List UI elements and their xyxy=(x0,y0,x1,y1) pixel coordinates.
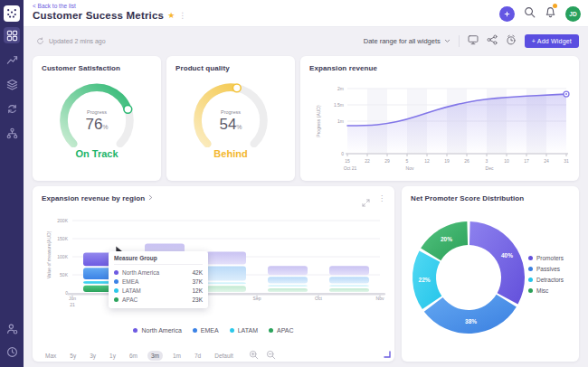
notifications-button[interactable] xyxy=(545,5,556,22)
stacked-bar-chart[interactable]: 050K100K150K200KJun21JulAugSepOctNovValu… xyxy=(38,208,389,309)
bar-segment-apac[interactable] xyxy=(206,286,246,292)
chevron-down-icon xyxy=(444,39,450,43)
sidebar-item-user-settings[interactable] xyxy=(4,320,20,336)
sidebar-item-history-clock[interactable] xyxy=(4,343,20,360)
bar-segment-apac[interactable] xyxy=(329,288,369,292)
tooltip-series-label: APAC xyxy=(122,296,138,303)
range-button-default[interactable]: Default xyxy=(211,351,237,361)
axis-tick-label: Nov xyxy=(406,165,414,171)
widget-product-quality: Product quality Progress 54% Behind xyxy=(166,56,295,181)
axis-tick-label: 10 xyxy=(504,158,509,164)
legend-item-misc[interactable]: Misc xyxy=(528,287,564,294)
legend-item-emea[interactable]: EMEA xyxy=(193,327,219,334)
back-link[interactable]: < Back to the list xyxy=(33,3,76,9)
widget-expansion-revenue: Expansion revenue 01m1.5m2m1522295121926… xyxy=(300,56,579,181)
axis-tick-label: 1m xyxy=(337,118,344,124)
avatar[interactable]: JD xyxy=(565,6,581,22)
range-button-1m[interactable]: 1m xyxy=(169,351,185,361)
bar-segment-latam[interactable] xyxy=(268,285,308,287)
bar-segment-north-america[interactable] xyxy=(268,266,308,275)
series-dot xyxy=(114,270,119,275)
tooltip-series-value: 42K xyxy=(192,269,203,276)
bar-segment-apac[interactable] xyxy=(268,288,308,292)
legend-item-north-america[interactable]: North America xyxy=(133,327,181,334)
sidebar-item-trend[interactable] xyxy=(4,52,20,68)
legend-item-passives[interactable]: Passives xyxy=(528,266,564,272)
legend-item-detractors[interactable]: Detractors xyxy=(528,277,564,283)
range-button-6m[interactable]: 6m xyxy=(126,351,141,361)
legend-label: Promoters xyxy=(536,255,564,261)
create-new-button[interactable] xyxy=(499,6,515,22)
bar-segment-latam[interactable] xyxy=(206,283,246,285)
sitemap-icon xyxy=(6,127,18,139)
legend-label: LATAM xyxy=(238,327,258,334)
tooltip-row: North America42K xyxy=(114,268,203,277)
search-button[interactable] xyxy=(524,5,536,22)
search-icon xyxy=(524,6,536,18)
axis-tick-label: 12 xyxy=(424,158,430,164)
legend-item-apac[interactable]: APAC xyxy=(269,327,294,334)
range-button-1y[interactable]: 1y xyxy=(106,351,119,361)
dashboard-toolbar: Updated 2 mins ago Date range for all wi… xyxy=(24,27,588,54)
tooltip-series-label: North America xyxy=(122,269,159,276)
gauge-value: 54% xyxy=(166,116,295,134)
widget-title: Expansion revenue xyxy=(300,56,579,72)
widget-title: Customer Satisfaction xyxy=(33,56,161,72)
line-chart[interactable]: 01m1.5m2m1522295121926310172431Oct 21Nov… xyxy=(306,78,574,177)
axis-tick-label: Sep xyxy=(253,296,261,301)
bar-segment-latam[interactable] xyxy=(329,285,369,287)
gauge-status: On Track xyxy=(33,148,161,159)
zoom-out-icon[interactable] xyxy=(266,347,276,363)
legend-item-promoters[interactable]: Promoters xyxy=(528,255,564,261)
bar-segment-north-america[interactable] xyxy=(206,252,246,265)
legend-label: EMEA xyxy=(201,327,219,334)
legend-label: Misc xyxy=(536,287,548,294)
range-button-max[interactable]: Max xyxy=(42,351,60,361)
sidebar-item-layers[interactable] xyxy=(4,76,20,92)
donut-slice-passives[interactable] xyxy=(424,295,517,334)
axis-tick-label: 26 xyxy=(464,158,469,164)
trend-icon xyxy=(6,54,18,66)
bar-segment-emea[interactable] xyxy=(268,277,308,283)
range-button-5y[interactable]: 5y xyxy=(66,351,80,361)
range-button-7d[interactable]: 7d xyxy=(191,351,204,361)
zoom-in-icon[interactable] xyxy=(249,347,259,363)
tooltip-series-value: 12K xyxy=(192,287,203,294)
legend-dot xyxy=(528,256,533,260)
monitor-icon[interactable] xyxy=(468,33,479,49)
sidebar-item-sync[interactable] xyxy=(4,100,20,117)
axis-tick-label: 50K xyxy=(60,272,69,278)
bar-segment-emea[interactable] xyxy=(329,277,369,283)
legend-dot xyxy=(528,288,533,293)
favorite-star-icon[interactable]: ★ xyxy=(167,12,175,20)
refresh-icon[interactable] xyxy=(36,37,44,45)
sidebar-item-sitemap[interactable] xyxy=(4,125,20,141)
add-widget-button[interactable]: + Add Widget xyxy=(525,34,579,48)
y-axis-label: Value of measure(AUD) xyxy=(46,231,52,278)
date-range-label: Date range for all widgets xyxy=(364,37,441,45)
tooltip-row: APAC23K xyxy=(114,295,203,304)
widget-title: Expansion revenue by region xyxy=(33,186,394,202)
donut-slice-promoters[interactable] xyxy=(469,221,525,305)
date-range-select[interactable]: Date range for all widgets xyxy=(364,37,450,45)
range-button-3m[interactable]: 3m xyxy=(147,351,163,361)
legend-item-latam[interactable]: LATAM xyxy=(230,327,258,334)
title-menu-icon[interactable]: ⋮ xyxy=(178,12,186,20)
series-dot xyxy=(114,297,119,302)
legend-dot xyxy=(133,328,138,333)
app-logo[interactable] xyxy=(4,5,20,22)
gauge-handle[interactable] xyxy=(232,84,241,92)
bar-segment-north-america[interactable] xyxy=(329,266,369,275)
sidebar-item-grid[interactable] xyxy=(4,27,20,43)
axis-tick-label: 29 xyxy=(384,158,390,164)
tooltip-series-value: 23K xyxy=(192,296,203,303)
range-button-3y[interactable]: 3y xyxy=(86,351,100,361)
app-root: < Back to the list Customer Sucess Metri… xyxy=(0,0,588,367)
axis-tick-label: 2m xyxy=(337,86,344,91)
bar-segment-emea[interactable] xyxy=(206,267,246,281)
alarm-icon[interactable] xyxy=(506,33,517,49)
share-icon[interactable] xyxy=(487,33,498,49)
resize-handle[interactable] xyxy=(384,351,391,358)
series-dot xyxy=(114,288,119,293)
chevron-right-icon[interactable] xyxy=(148,194,153,202)
